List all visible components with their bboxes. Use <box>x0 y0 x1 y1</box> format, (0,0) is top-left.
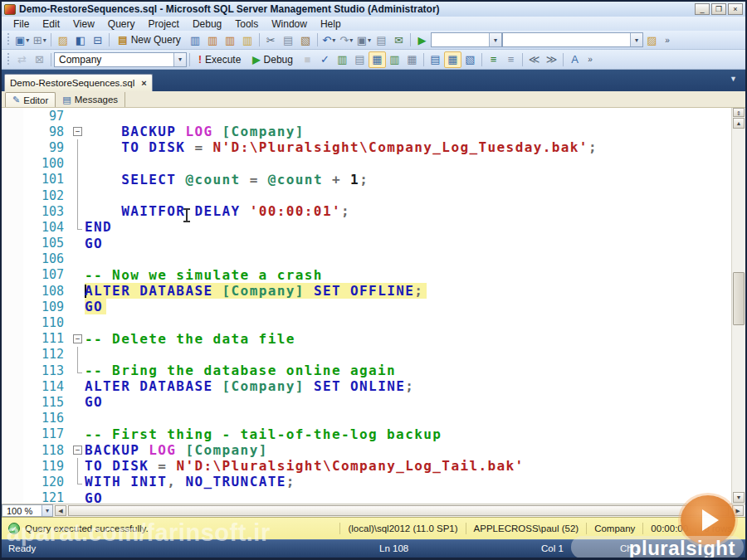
indicator-margin[interactable] <box>2 331 23 347</box>
dropdown-arrow-icon[interactable]: ▾ <box>42 505 52 516</box>
chevron-down-icon[interactable]: ▾ <box>26 37 29 44</box>
tab-editor[interactable]: ✎Editor <box>5 92 56 107</box>
open-file-icon[interactable]: ▨ <box>54 32 71 48</box>
change-connection-icon[interactable]: ⊠ <box>31 51 48 68</box>
new-query-button[interactable]: ▤New Query <box>112 32 186 48</box>
client-statistics-icon[interactable]: ▦ <box>403 51 421 68</box>
intellisense-icon[interactable]: ▦ <box>369 51 386 68</box>
indicator-margin[interactable] <box>2 203 23 219</box>
tab-messages[interactable]: ▤Messages <box>56 92 125 107</box>
menu-item-file[interactable]: File <box>7 17 36 31</box>
debug-button[interactable]: ▶Debug <box>247 51 299 68</box>
toolbar-grip[interactable] <box>6 53 11 66</box>
fold-margin[interactable]: − <box>71 442 85 458</box>
restore-button[interactable]: ❐ <box>711 3 726 15</box>
xmla-query-icon[interactable]: ▥ <box>239 32 256 48</box>
indicator-margin[interactable] <box>2 187 23 203</box>
indicator-margin[interactable] <box>2 490 23 504</box>
menu-item-query[interactable]: Query <box>101 17 142 31</box>
close-button[interactable]: × <box>728 3 743 15</box>
chevron-down-icon[interactable]: ▾ <box>368 37 371 44</box>
horizontal-scroll-thumb[interactable] <box>68 505 729 516</box>
open-folder-icon[interactable]: ▨ <box>643 32 661 48</box>
empty-combo-2[interactable]: ▾ <box>502 32 643 47</box>
indicator-margin[interactable] <box>2 426 23 442</box>
indicator-margin[interactable] <box>2 442 23 458</box>
save-all-icon[interactable]: ⊟ <box>89 32 106 48</box>
stop-icon[interactable]: ■ <box>299 51 316 68</box>
toolbar-options-button[interactable]: » <box>585 55 595 64</box>
dmx-query-icon[interactable]: ▥ <box>222 32 239 48</box>
properties-window-icon[interactable]: ▤ <box>373 32 390 48</box>
vertical-scrollbar[interactable]: ⇕ ▲ ▼ <box>731 108 745 504</box>
collapse-region-icon[interactable]: − <box>73 334 82 343</box>
scroll-down-icon[interactable]: ▼ <box>733 492 745 503</box>
vertical-scroll-thumb[interactable] <box>733 272 745 325</box>
redo-icon[interactable]: ↷▾ <box>338 32 355 48</box>
chevron-down-icon[interactable]: ▾ <box>43 37 46 44</box>
splitter-handle[interactable]: ⇕ <box>733 108 745 117</box>
indicator-margin[interactable] <box>2 156 23 172</box>
results-to-grid-icon[interactable]: ▦ <box>444 51 461 68</box>
indicator-margin[interactable] <box>2 347 23 363</box>
estimated-plan-icon[interactable]: ▥ <box>334 51 351 68</box>
new-window-icon[interactable]: ⊞▾ <box>31 32 48 48</box>
indicator-margin[interactable] <box>2 314 23 330</box>
scroll-left-icon[interactable]: ◀ <box>55 505 66 516</box>
sql-editor[interactable]: 9798− BACKUP LOG [Company]99 TO DISK = N… <box>2 108 745 504</box>
toolbar-grip[interactable] <box>6 33 11 46</box>
fold-margin[interactable]: − <box>71 124 85 139</box>
dropdown-arrow-icon[interactable]: ▾ <box>489 33 501 46</box>
increase-indent-icon[interactable]: ≫ <box>543 51 560 68</box>
scroll-up-icon[interactable]: ▲ <box>733 118 745 129</box>
execute-button[interactable]: !Execute <box>193 51 247 68</box>
copy-icon[interactable]: ▤ <box>280 32 297 48</box>
start-icon[interactable]: ▶ <box>413 32 431 48</box>
save-icon[interactable]: ◧ <box>71 32 89 48</box>
navigate-icon[interactable]: ▣▾ <box>355 32 373 48</box>
indicator-margin[interactable] <box>2 139 23 155</box>
menu-item-debug[interactable]: Debug <box>186 17 228 31</box>
comment-icon[interactable]: ≡ <box>485 51 502 68</box>
indicator-margin[interactable] <box>2 394 23 410</box>
document-tab[interactable]: Demo-RestoreSequences.sql × <box>4 74 153 91</box>
menu-item-window[interactable]: Window <box>265 17 314 31</box>
indicator-margin[interactable] <box>2 458 23 474</box>
results-to-file-icon[interactable]: ▧ <box>461 51 479 68</box>
indicator-margin[interactable] <box>2 219 23 235</box>
menu-item-view[interactable]: View <box>66 17 101 31</box>
minimize-button[interactable]: _ <box>695 3 710 15</box>
paste-icon[interactable]: ▧ <box>297 32 315 48</box>
chevron-down-icon[interactable]: ▾ <box>349 37 353 44</box>
actual-plan-icon[interactable]: ▥ <box>386 51 403 68</box>
dropdown-arrow-icon[interactable]: ▾ <box>173 53 186 66</box>
horizontal-scrollbar[interactable]: ◀ ▶ <box>53 504 745 517</box>
database-engine-query-icon[interactable]: ▥ <box>187 32 204 48</box>
menu-item-project[interactable]: Project <box>142 17 186 31</box>
specify-values-icon[interactable]: A <box>566 51 583 68</box>
mail-icon[interactable]: ✉ <box>390 32 408 48</box>
fold-margin[interactable]: − <box>71 331 85 347</box>
active-files-dropdown-icon[interactable]: ▼ <box>730 75 737 83</box>
undo-icon[interactable]: ↶▾ <box>320 32 338 48</box>
database-combo[interactable]: Company▾ <box>54 52 187 67</box>
tab-close-icon[interactable]: × <box>141 79 146 87</box>
results-to-text-icon[interactable]: ▤ <box>427 51 444 68</box>
indicator-margin[interactable] <box>2 108 23 124</box>
empty-combo-1[interactable]: ▾ <box>431 32 502 47</box>
indicator-margin[interactable] <box>2 474 23 489</box>
indicator-margin[interactable] <box>2 411 23 426</box>
connect-icon[interactable]: ⇄ <box>13 51 31 68</box>
indicator-margin[interactable] <box>2 251 23 267</box>
indicator-margin[interactable] <box>2 236 23 251</box>
menu-item-help[interactable]: Help <box>314 17 348 31</box>
indicator-margin[interactable] <box>2 299 23 314</box>
query-options-icon[interactable]: ▤ <box>351 51 369 68</box>
zoom-level-combo[interactable]: 100 % ▾ <box>2 504 53 517</box>
decrease-indent-icon[interactable]: ≪ <box>525 51 543 68</box>
indicator-margin[interactable] <box>2 124 23 139</box>
mdx-query-icon[interactable]: ▥ <box>204 32 222 48</box>
collapse-region-icon[interactable]: − <box>73 446 82 455</box>
menu-item-tools[interactable]: Tools <box>228 17 265 31</box>
indicator-margin[interactable] <box>2 267 23 283</box>
